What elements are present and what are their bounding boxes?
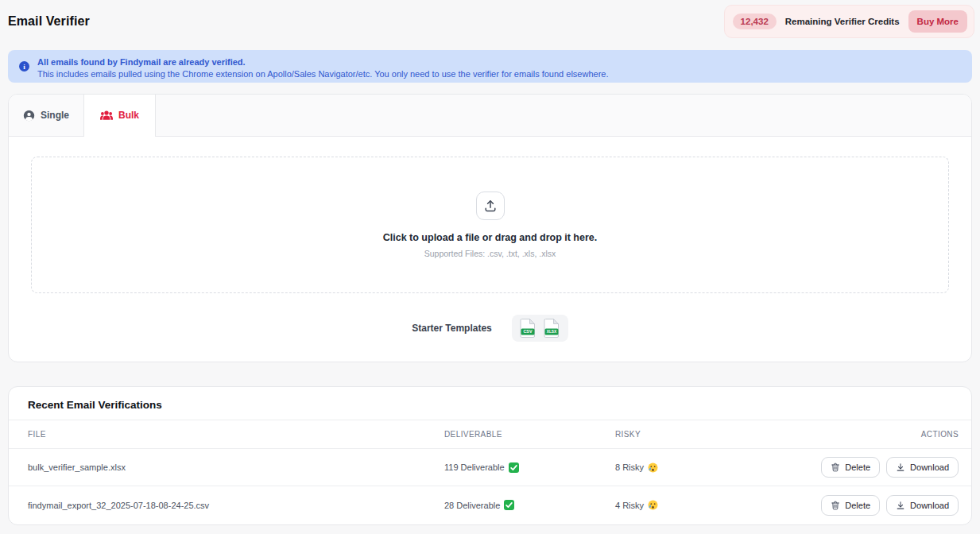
actions-cell: Delete Download <box>821 495 959 516</box>
column-header-deliverable: DELIVERABLE <box>444 430 615 439</box>
tab-bar: Single Bulk <box>9 95 971 137</box>
check-mark-emoji <box>509 462 519 473</box>
verifier-card: Single Bulk <box>8 94 972 362</box>
file-name: findymail_export_32_2025-07-18-08-24-25.… <box>28 501 444 510</box>
upload-dropzone[interactable]: Click to upload a file or drag and drop … <box>31 157 949 293</box>
delete-button[interactable]: Delete <box>821 495 880 516</box>
actions-cell: Delete Download <box>821 457 959 478</box>
download-label: Download <box>910 462 949 472</box>
page-title: Email Verifier <box>8 14 90 29</box>
info-banner: i All emails found by Findymail are alre… <box>8 50 972 83</box>
upload-button[interactable] <box>476 192 505 220</box>
column-header-risky: RISKY <box>615 430 921 439</box>
csv-file-label: CSV <box>523 329 532 334</box>
tab-single-label: Single <box>41 110 69 121</box>
credits-card: 12,432 Remaining Verifier Credits Buy Mo… <box>724 5 974 38</box>
column-header-actions: ACTIONS <box>921 430 959 439</box>
tab-single[interactable]: Single <box>9 95 84 136</box>
deliverable-count: 119 Deliverable <box>444 462 505 472</box>
column-header-file: FILE <box>28 430 444 439</box>
table-row: bulk_verifier_sample.xlsx 119 Deliverabl… <box>9 449 971 486</box>
recent-verifications-card: Recent Email Verifications FILE DELIVERA… <box>8 386 972 525</box>
download-button[interactable]: Download <box>886 495 959 516</box>
risky-cell: 4 Risky <box>615 500 821 510</box>
table-header-row: FILE DELIVERABLE RISKY ACTIONS <box>9 420 971 449</box>
crying-face-emoji <box>648 462 658 473</box>
upload-icon <box>484 199 497 212</box>
download-icon <box>896 462 905 472</box>
tab-bulk-label: Bulk <box>118 110 139 121</box>
xlsx-file-icon[interactable]: XLSX <box>544 318 560 339</box>
risky-cell: 8 Risky <box>615 462 821 473</box>
csv-file-icon[interactable]: CSV <box>520 318 536 339</box>
email-verifier-page: Email Verifier 12,432 Remaining Verifier… <box>0 0 980 534</box>
page-header: Email Verifier 12,432 Remaining Verifier… <box>0 0 980 43</box>
starter-templates-label: Starter Templates <box>412 323 491 334</box>
xlsx-file-label: XLSX <box>546 330 556 334</box>
trash-icon <box>831 501 840 510</box>
deliverable-count: 28 Deliverable <box>444 501 500 510</box>
download-label: Download <box>910 501 949 510</box>
deliverable-cell: 119 Deliverable <box>444 462 615 473</box>
info-icon: i <box>19 61 29 72</box>
download-button[interactable]: Download <box>886 457 959 478</box>
table-row: findymail_export_32_2025-07-18-08-24-25.… <box>9 486 971 524</box>
users-icon <box>100 110 113 121</box>
banner-body: This includes emails pulled using the Ch… <box>37 69 608 79</box>
starter-templates-row: Starter Templates CSV XLSX <box>9 315 971 342</box>
trash-icon <box>831 462 840 472</box>
recent-verifications-title: Recent Email Verifications <box>9 387 971 420</box>
credits-label: Remaining Verifier Credits <box>785 17 900 26</box>
file-name: bulk_verifier_sample.xlsx <box>28 462 444 472</box>
download-icon <box>896 501 905 510</box>
deliverable-cell: 28 Deliverable <box>444 500 615 510</box>
upload-title: Click to upload a file or drag and drop … <box>383 232 597 243</box>
credits-count-badge: 12,432 <box>733 14 777 29</box>
buy-more-button[interactable]: Buy More <box>908 10 967 33</box>
crying-face-emoji <box>648 500 658 510</box>
risky-count: 4 Risky <box>615 501 644 510</box>
templates-box: CSV XLSX <box>512 315 568 342</box>
tab-bulk[interactable]: Bulk <box>84 95 156 136</box>
delete-label: Delete <box>845 462 870 472</box>
delete-button[interactable]: Delete <box>821 457 880 478</box>
upload-subtitle: Supported Files: .csv, .txt, .xls, .xlsx <box>424 249 556 258</box>
delete-label: Delete <box>845 501 870 510</box>
check-mark-emoji <box>504 500 514 510</box>
user-circle-icon <box>23 110 35 122</box>
risky-count: 8 Risky <box>615 462 644 472</box>
banner-title: All emails found by Findymail are alread… <box>37 57 608 68</box>
banner-text: All emails found by Findymail are alread… <box>37 56 608 79</box>
